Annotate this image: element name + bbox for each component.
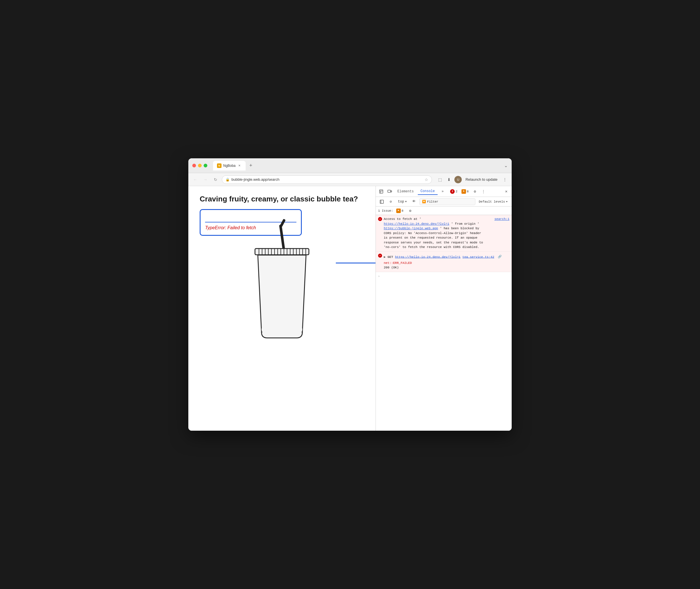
svg-rect-3 xyxy=(255,248,309,255)
error-count-badge[interactable]: 2 2 xyxy=(449,189,459,194)
minimize-window-button[interactable] xyxy=(198,164,202,167)
page-heading: Craving fruity, creamy, or classic bubbl… xyxy=(200,195,364,203)
browser-tab[interactable]: N NgBoba ✕ xyxy=(213,161,246,171)
tea-service-link[interactable]: tea.service.ts:42 xyxy=(462,255,494,258)
refresh-button[interactable]: ↻ xyxy=(212,176,220,184)
close-window-button[interactable] xyxy=(192,164,196,167)
svg-rect-25 xyxy=(391,191,392,192)
top-context-selector[interactable]: top ▾ xyxy=(396,199,409,204)
eye-icon[interactable]: 👁 xyxy=(410,198,418,205)
clear-console-icon[interactable]: ⊘ xyxy=(387,198,395,205)
get-method: ▶ GET xyxy=(384,255,393,258)
svg-rect-26 xyxy=(380,200,384,203)
sidebar-toggle-icon[interactable] xyxy=(378,198,386,205)
filter-icon: 🔽 xyxy=(422,200,426,203)
extensions-icon[interactable]: ⬚ xyxy=(436,176,444,184)
browser-window: N NgBoba ✕ + ⌄ ← → ↻ 🔒 bubble-jingle.web… xyxy=(188,158,512,431)
warning-count-badge[interactable]: ⚑ 8 xyxy=(460,189,470,194)
filter-text: Filter xyxy=(427,200,473,203)
tab-console[interactable]: Console xyxy=(418,188,438,195)
download-icon[interactable]: ⬇ xyxy=(445,176,453,184)
console-prompt: › xyxy=(376,272,512,280)
devtools-close-button[interactable]: ✕ xyxy=(503,188,510,195)
cors-url-link[interactable]: https://hello-io-24.deno.dev/?lvl=1 xyxy=(384,222,449,226)
svg-rect-24 xyxy=(388,190,391,192)
tab-close-button[interactable]: ✕ xyxy=(237,163,242,168)
tab-favicon: N xyxy=(217,163,222,168)
forward-button[interactable]: → xyxy=(201,176,209,184)
issues-bar: 1 Issue: ⚑ 8 ⚙ xyxy=(376,207,512,215)
toolbar-icons: ⬚ ⬇ U Relaunch to update ⋮ xyxy=(436,176,509,184)
console-entry-header-2: ✕ ▶ GET https://hello-io-24.deno.dev/?lv… xyxy=(378,253,509,270)
error-icon-1: ✕ xyxy=(378,217,382,221)
tab-more[interactable]: » xyxy=(439,188,446,195)
get-url-link[interactable]: https://hello-io-24.deno.dev/?lvl=1 xyxy=(395,255,461,258)
tab-title: NgBoba xyxy=(223,164,235,168)
user-avatar: U xyxy=(454,176,462,183)
maximize-window-button[interactable] xyxy=(204,164,207,167)
console-text-1: Access to fetch at ' search:1 https://he… xyxy=(384,217,509,250)
warning-icon-badge: ⚑ xyxy=(461,189,466,194)
status-ok-text: 200 (OK) xyxy=(384,266,399,269)
window-chevron-icon[interactable]: ⌄ xyxy=(504,163,508,168)
url-text: bubble-jingle.web.app/search xyxy=(231,177,423,182)
net-error-text: net::ERR_FAILED xyxy=(384,261,412,265)
address-input[interactable]: 🔒 bubble-jingle.web.app/search ☆ xyxy=(222,175,432,184)
tab-elements[interactable]: Elements xyxy=(395,188,417,195)
console-entry-1: ✕ Access to fetch at ' search:1 https://… xyxy=(376,215,512,252)
error-message: TypeError: Failed to fetch xyxy=(205,225,296,230)
console-entry-2: ✕ ▶ GET https://hello-io-24.deno.dev/?lv… xyxy=(376,252,512,272)
boba-cup xyxy=(254,247,310,348)
back-button[interactable]: ← xyxy=(191,176,199,184)
issues-badge[interactable]: ⚑ 8 xyxy=(395,208,405,214)
address-bar: ← → ↻ 🔒 bubble-jingle.web.app/search ☆ ⬚… xyxy=(188,173,512,186)
search-link[interactable]: search:1 xyxy=(494,217,509,222)
more-options-icon[interactable]: ⋮ xyxy=(501,176,509,184)
devtools-panel: Elements Console » 2 2 ⚑ 8 xyxy=(376,186,512,431)
prompt-chevron-icon: › xyxy=(378,275,380,278)
default-levels-button[interactable]: Default levels ▾ xyxy=(477,199,509,204)
search-box: TypeError: Failed to fetch xyxy=(200,209,302,236)
profile-icon[interactable]: U xyxy=(454,176,462,184)
origin-url-link[interactable]: https://bubble-jingle.web.app xyxy=(384,227,438,230)
issues-label: 1 Issue: xyxy=(378,209,393,212)
traffic-lights xyxy=(192,164,207,167)
error-icon-2: ✕ xyxy=(378,254,382,258)
new-tab-button[interactable]: + xyxy=(247,162,255,170)
device-toolbar-icon[interactable] xyxy=(386,188,394,195)
lock-icon: 🔒 xyxy=(225,178,230,182)
page-content: Craving fruity, creamy, or classic bubbl… xyxy=(188,186,376,431)
error-icon-badge: 2 xyxy=(450,189,455,194)
network-link-icon[interactable]: 🔗 xyxy=(496,253,503,261)
boba-illustration xyxy=(200,247,364,348)
inspect-element-icon[interactable] xyxy=(378,188,385,195)
issues-settings-icon[interactable]: ⚙ xyxy=(407,207,414,214)
filter-input[interactable]: 🔽 Filter xyxy=(420,198,475,205)
devtools-toolbar: ⊘ top ▾ 👁 🔽 Filter Default levels ▾ xyxy=(376,197,512,207)
devtools-settings-icon[interactable]: ⚙ xyxy=(471,188,478,195)
relaunch-button[interactable]: Relaunch to update xyxy=(463,176,500,183)
bookmark-icon[interactable]: ☆ xyxy=(425,177,428,182)
svg-rect-21 xyxy=(380,190,383,193)
tab-bar: N NgBoba ✕ + xyxy=(213,161,501,171)
console-output: ✕ Access to fetch at ' search:1 https://… xyxy=(376,215,512,431)
console-entry-header-1: ✕ Access to fetch at ' search:1 https://… xyxy=(378,217,509,250)
issues-icon: ⚑ xyxy=(396,209,401,213)
main-area: Craving fruity, creamy, or classic bubbl… xyxy=(188,186,512,431)
devtools-tabs: Elements Console » 2 2 ⚑ 8 xyxy=(376,186,512,197)
devtools-more-icon[interactable]: ⋮ xyxy=(480,188,487,195)
console-text-2: ▶ GET https://hello-io-24.deno.dev/?lvl=… xyxy=(384,253,509,270)
title-bar: N NgBoba ✕ + ⌄ xyxy=(188,158,512,173)
